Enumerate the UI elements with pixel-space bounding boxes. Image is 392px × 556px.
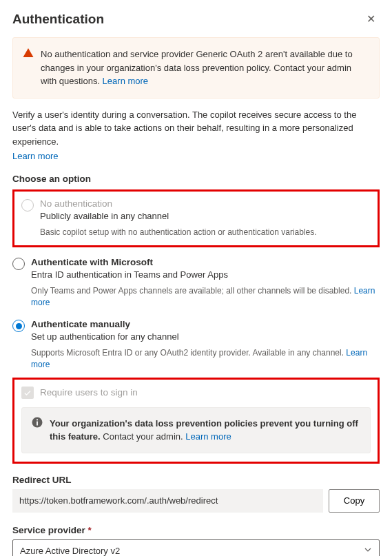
info-icon xyxy=(32,417,43,444)
required-indicator: * xyxy=(88,525,92,535)
option-microsoft-sub: Entra ID authentication in Teams and Pow… xyxy=(31,269,228,280)
dlp-warning-banner: No authentication and service provider G… xyxy=(12,37,380,99)
option-no-auth-note: Basic copilot setup with no authenticati… xyxy=(40,227,371,238)
option-microsoft-title: Authenticate with Microsoft xyxy=(31,257,228,267)
radio-microsoft[interactable] xyxy=(12,258,25,270)
option-microsoft-note: Only Teams and Power Apps channels are a… xyxy=(31,286,354,296)
banner-learn-more-link[interactable]: Learn more xyxy=(103,76,148,86)
option-no-auth-title: No authentication xyxy=(40,198,169,209)
option-microsoft[interactable]: Authenticate with Microsoft Entra ID aut… xyxy=(12,253,380,311)
redirect-url-input[interactable] xyxy=(12,489,323,513)
radio-no-auth xyxy=(21,199,34,212)
svg-rect-1 xyxy=(37,421,38,425)
redirect-url-label: Redirect URL xyxy=(12,475,380,485)
option-no-auth-sub: Publicly available in any channel xyxy=(40,211,169,221)
dlp-info-learn-more-link[interactable]: Learn more xyxy=(185,431,231,442)
option-no-auth: No authentication Publicly available in … xyxy=(12,189,380,247)
dlp-info-rest: Contact your admin. xyxy=(101,431,186,442)
warning-icon xyxy=(23,48,34,88)
service-provider-label: Service provider * xyxy=(12,525,380,535)
chevron-down-icon xyxy=(364,546,372,556)
page-title: Authentication xyxy=(12,12,104,27)
close-button[interactable]: ✕ xyxy=(362,11,380,28)
require-signin-checkbox xyxy=(21,387,34,399)
option-manual-title: Authenticate manually xyxy=(31,319,179,329)
svg-point-2 xyxy=(37,419,38,420)
copy-button[interactable]: Copy xyxy=(329,489,380,513)
choose-option-label: Choose an option xyxy=(12,174,380,184)
close-icon: ✕ xyxy=(367,13,375,25)
option-manual-sub: Set up authentication for any channel xyxy=(31,331,179,342)
intro-learn-more-link[interactable]: Learn more xyxy=(12,151,58,161)
require-signin-label: Require users to sign in xyxy=(40,387,138,398)
option-manual-note: Supports Microsoft Entra ID or any OAuth… xyxy=(31,348,346,358)
dlp-info-banner: Your organization's data loss prevention… xyxy=(21,407,371,453)
banner-text: No authentication and service provider G… xyxy=(41,49,353,86)
require-signin-section: Require users to sign in Your organizati… xyxy=(12,378,380,464)
service-provider-select[interactable]: Azure Active Directory v2 xyxy=(12,539,380,556)
option-manual[interactable]: Authenticate manually Set up authenticat… xyxy=(12,315,380,373)
check-icon xyxy=(23,389,32,397)
radio-manual[interactable] xyxy=(12,320,25,332)
intro-text: Verify a user's identity during a conver… xyxy=(12,108,380,149)
service-provider-selected: Azure Active Directory v2 xyxy=(20,546,120,556)
